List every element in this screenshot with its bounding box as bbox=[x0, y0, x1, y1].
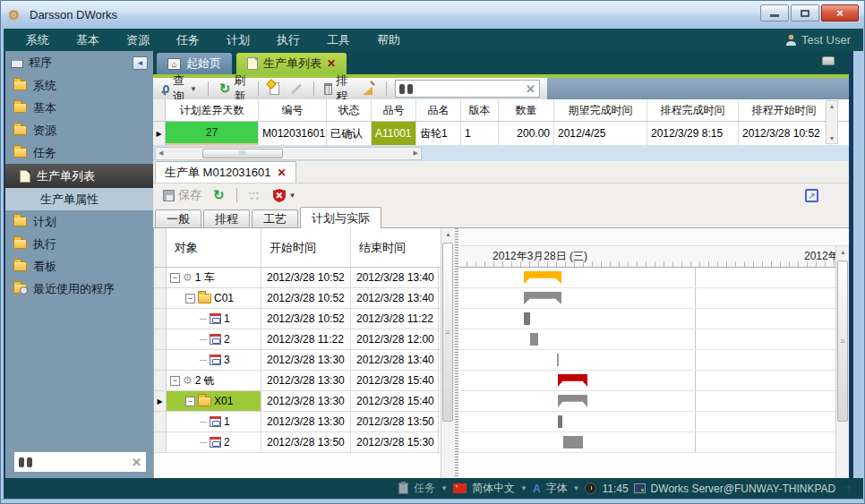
menu-tools[interactable]: 工具 bbox=[313, 32, 364, 48]
orders-vertical-scrollbar[interactable]: ▲▼ bbox=[826, 100, 838, 144]
col-item-name[interactable]: 品名 bbox=[416, 99, 461, 121]
col-schedule-start[interactable]: 排程开始时间 bbox=[739, 99, 830, 121]
sidebar-item-resource[interactable]: 资源 bbox=[5, 119, 153, 141]
cell-expected-finish[interactable]: 2012/4/25 bbox=[554, 122, 647, 145]
cell-version[interactable]: 1 bbox=[461, 122, 499, 145]
dropdown-arrow-icon[interactable]: ▼ bbox=[573, 484, 580, 492]
sidebar-item-order-list[interactable]: 生产单列表 bbox=[5, 164, 153, 188]
clean-button[interactable] bbox=[360, 81, 378, 96]
clear-icon[interactable]: ✕ bbox=[526, 82, 535, 96]
sidebar-item-system[interactable]: 系统 bbox=[5, 74, 153, 97]
close-tab-icon[interactable]: ✕ bbox=[278, 167, 287, 179]
gantt-vertical-scrollbar[interactable]: ▲ ▼ bbox=[835, 246, 850, 503]
col-object[interactable]: 对象 bbox=[167, 228, 261, 267]
status-font[interactable]: 字体 bbox=[546, 481, 568, 496]
col-order-no[interactable]: 编号 bbox=[259, 99, 327, 121]
operations-vertical-scrollbar[interactable]: ▲ ▼ bbox=[441, 228, 455, 503]
gantt-bar[interactable] bbox=[524, 292, 561, 304]
tab-general[interactable]: 一般 bbox=[155, 209, 201, 228]
status-tasks[interactable]: 任务 bbox=[414, 481, 435, 496]
gantt-bar[interactable] bbox=[558, 415, 562, 428]
gantt-bar[interactable] bbox=[524, 271, 561, 284]
scroll-thumb[interactable] bbox=[837, 261, 848, 422]
menu-task[interactable]: 任务 bbox=[163, 32, 213, 48]
collapse-sidebar-button[interactable]: ◄ bbox=[133, 56, 148, 70]
hierarchy-button[interactable] bbox=[246, 189, 264, 201]
cell-quantity[interactable]: 200.00 bbox=[499, 122, 554, 145]
tab-schedule[interactable]: 排程 bbox=[203, 209, 250, 228]
col-start-time[interactable]: 开始时间 bbox=[261, 228, 351, 267]
tree-row-op1b[interactable]: 1 2012/3/28 13:30 2012/3/28 13:50 bbox=[154, 412, 455, 432]
col-status[interactable]: 状态 bbox=[327, 99, 372, 121]
open-new-window-icon[interactable]: ↗ bbox=[805, 189, 818, 202]
cell-schedule-finish[interactable]: 2012/3/29 8:15 bbox=[647, 122, 739, 145]
scroll-up-icon[interactable]: ▲ bbox=[441, 231, 455, 237]
cell-status[interactable]: 已确认 bbox=[327, 122, 372, 145]
gantt-bar[interactable] bbox=[524, 312, 530, 325]
gantt-bar[interactable] bbox=[558, 395, 587, 407]
tree-row-op2[interactable]: 2 2012/3/28 11:22 2012/3/28 12:00 bbox=[154, 329, 455, 350]
tab-plan-vs-actual[interactable]: 计划与实际 bbox=[300, 207, 381, 228]
collapse-icon[interactable]: − bbox=[170, 273, 180, 283]
dropdown-arrow-icon[interactable]: ▼ bbox=[520, 484, 527, 492]
col-expected-finish[interactable]: 期望完成时间 bbox=[554, 99, 647, 121]
col-end-time[interactable]: 结束时间 bbox=[351, 228, 439, 267]
collapse-icon[interactable]: − bbox=[185, 397, 195, 406]
pin-icon[interactable] bbox=[822, 56, 835, 65]
tree-row-machine2[interactable]: −⚙2 铣 2012/3/28 13:30 2012/3/28 15:40 bbox=[154, 371, 455, 391]
gantt-bar[interactable] bbox=[563, 436, 583, 448]
tree-row-c01[interactable]: −C01 2012/3/28 10:52 2012/3/28 13:40 bbox=[154, 288, 455, 309]
order-row[interactable]: ▶ 27 M012031601 已确认 A11001 齿轮1 1 200.00 … bbox=[153, 122, 851, 145]
sidebar-item-kanban[interactable]: 看板 bbox=[5, 255, 153, 278]
gantt-bar[interactable] bbox=[530, 333, 538, 346]
collapse-icon[interactable]: − bbox=[185, 294, 195, 303]
scroll-left-icon[interactable]: ◀ bbox=[158, 149, 163, 157]
clear-search-icon[interactable]: ✕ bbox=[132, 456, 141, 469]
col-plan-diff[interactable]: 计划差异天数 bbox=[166, 99, 259, 121]
save-button[interactable]: 保存 bbox=[160, 186, 204, 204]
maximize-button[interactable] bbox=[791, 4, 819, 21]
tree-row-op3[interactable]: 3 2012/3/28 13:30 2012/3/28 13:40 bbox=[154, 350, 455, 371]
title-bar[interactable]: ⚙ Darsson DWorks × bbox=[1, 1, 865, 29]
sidebar-item-order-properties[interactable]: 生产单属性 bbox=[5, 188, 153, 210]
sidebar-item-task[interactable]: 任务 bbox=[5, 141, 153, 164]
new-button[interactable] bbox=[267, 81, 282, 96]
cell-item-name[interactable]: 齿轮1 bbox=[416, 122, 461, 145]
menu-resource[interactable]: 资源 bbox=[113, 32, 163, 48]
status-language[interactable]: 简体中文 bbox=[472, 481, 515, 496]
scroll-up-icon[interactable]: ▲ bbox=[829, 103, 835, 109]
cell-schedule-start[interactable]: 2012/3/28 10:52 bbox=[739, 122, 830, 145]
gantt-bar[interactable] bbox=[558, 374, 587, 387]
edit-button[interactable] bbox=[287, 87, 305, 91]
tree-row-op1[interactable]: 1 2012/3/28 10:52 2012/3/28 11:22 bbox=[154, 309, 455, 329]
sidebar-item-basic[interactable]: 基本 bbox=[5, 97, 153, 119]
sidebar-item-plan[interactable]: 计划 bbox=[5, 210, 153, 233]
menu-execute[interactable]: 执行 bbox=[263, 32, 313, 48]
scroll-right-icon[interactable]: ▶ bbox=[414, 149, 418, 157]
dropdown-arrow-icon[interactable]: ▼ bbox=[441, 484, 448, 492]
scroll-thumb[interactable] bbox=[202, 149, 283, 158]
detail-tab-order[interactable]: 生产单 M012031601 ✕ bbox=[155, 161, 296, 183]
sidebar-search-input[interactable] bbox=[36, 456, 128, 468]
current-user[interactable]: Test User bbox=[785, 33, 854, 47]
toolbar-search-input[interactable] bbox=[416, 82, 522, 95]
col-item-no[interactable]: 品号 bbox=[372, 99, 416, 121]
scroll-down-icon[interactable]: ▼ bbox=[829, 135, 835, 141]
detail-refresh-button[interactable]: ↻ bbox=[210, 188, 227, 202]
close-tab-icon[interactable]: ✕ bbox=[327, 57, 336, 70]
orders-horizontal-scrollbar[interactable]: ◀ ▶ bbox=[155, 147, 422, 160]
menu-help[interactable]: 帮助 bbox=[364, 32, 414, 48]
scroll-up-icon[interactable]: ▲ bbox=[836, 249, 850, 255]
tree-row-x01-selected[interactable]: ▶ −X01 2012/3/28 13:30 2012/3/28 15:40 bbox=[154, 391, 455, 412]
cell-plan-diff[interactable]: 27 bbox=[166, 122, 259, 145]
gantt-bar[interactable] bbox=[557, 354, 559, 366]
sidebar-item-execute[interactable]: 执行 bbox=[5, 233, 153, 255]
collapse-icon[interactable]: − bbox=[170, 376, 180, 386]
minimize-button[interactable] bbox=[760, 4, 789, 21]
menu-system[interactable]: 系统 bbox=[13, 32, 63, 48]
col-schedule-finish[interactable]: 排程完成时间 bbox=[647, 99, 739, 121]
tree-row-machine1[interactable]: −⚙1 车 2012/3/28 10:52 2012/3/28 13:40 bbox=[154, 268, 455, 288]
tree-row-op2b[interactable]: 2 2012/3/28 13:50 2012/3/28 15:30 bbox=[154, 432, 455, 453]
col-quantity[interactable]: 数量 bbox=[499, 99, 554, 121]
scroll-thumb[interactable] bbox=[442, 243, 453, 422]
